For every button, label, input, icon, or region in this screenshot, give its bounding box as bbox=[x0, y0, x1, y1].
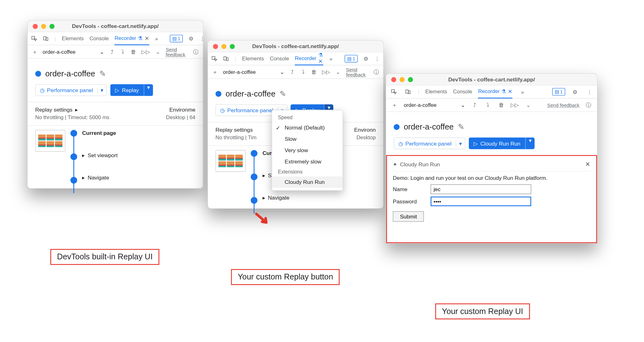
export-icon[interactable]: ⤴ bbox=[470, 101, 479, 109]
step-current-page[interactable]: Current page bbox=[82, 130, 118, 136]
inspect-element-icon[interactable] bbox=[211, 54, 217, 63]
record-status-icon bbox=[35, 71, 41, 77]
kebab-icon[interactable]: ⋮ bbox=[375, 54, 380, 63]
settings-row: Replay settings ▸ No throttling | Timeou… bbox=[35, 107, 195, 120]
chevron-right-icon: ▸ bbox=[82, 152, 85, 158]
device-toolbar-icon[interactable] bbox=[223, 54, 229, 63]
page-thumbnail bbox=[35, 130, 65, 152]
timeline bbox=[70, 130, 77, 180]
trash-icon[interactable]: 🗑 bbox=[311, 68, 317, 76]
check-icon: ✓ bbox=[276, 125, 280, 131]
send-feedback-link[interactable]: Send feedback bbox=[547, 102, 579, 108]
recording-name: order-a-coffee bbox=[45, 69, 95, 78]
annotation-builtin: DevTools built-in Replay UI bbox=[50, 249, 159, 265]
tab-elements[interactable]: Elements bbox=[62, 32, 84, 45]
tab-recorder[interactable]: Recorder ⚗ ✕ bbox=[478, 85, 512, 98]
submit-button[interactable]: Submit bbox=[393, 211, 424, 222]
close-tab-icon[interactable]: ✕ bbox=[145, 35, 149, 41]
gear-icon[interactable]: ⚙ bbox=[189, 34, 194, 43]
chevron-down-icon[interactable]: ⌄ bbox=[155, 47, 161, 56]
devtools-window-custom-button: DevTools - coffee-cart.netlify.app/ | El… bbox=[208, 40, 384, 209]
titlebar: DevTools - coffee-cart.netlify.app/ bbox=[28, 20, 203, 32]
replay-settings-heading[interactable]: Replay settings ▸ bbox=[35, 107, 109, 113]
svg-rect-4 bbox=[224, 57, 226, 60]
import-icon[interactable]: ⤵ bbox=[484, 101, 492, 109]
svg-rect-7 bbox=[406, 90, 408, 93]
menu-item-cloudy-run-run[interactable]: Cloudy Run Run bbox=[272, 176, 342, 188]
performance-panel-button[interactable]: ◷ Performance panel▾ bbox=[394, 137, 465, 149]
help-icon[interactable]: ⓘ bbox=[373, 68, 379, 76]
menu-item-extremely-slow[interactable]: Extremely slow bbox=[272, 156, 342, 167]
add-recording-icon[interactable]: ＋ bbox=[32, 47, 37, 56]
page-thumbnail bbox=[215, 150, 246, 172]
export-icon[interactable]: ⤴ bbox=[109, 47, 115, 56]
replay-dropdown[interactable]: ▾ bbox=[144, 84, 153, 96]
extension-panel-header: ✦ Cloudy Run Run ✕ bbox=[393, 160, 590, 171]
export-icon[interactable]: ⤴ bbox=[290, 68, 295, 76]
more-tabs-icon[interactable]: » bbox=[329, 54, 333, 63]
annotation-custom-button: Your custom Replay button bbox=[231, 269, 340, 285]
pencil-icon[interactable]: ✎ bbox=[458, 122, 464, 132]
issues-badge[interactable]: ▤1 bbox=[170, 35, 183, 42]
annotation-custom-ui: Your custom Replay UI bbox=[435, 303, 530, 319]
menu-item-very-slow[interactable]: Very slow bbox=[272, 145, 342, 156]
gear-icon[interactable]: ⚙ bbox=[364, 54, 369, 63]
import-icon[interactable]: ⤵ bbox=[300, 68, 306, 76]
trash-icon[interactable]: 🗑 bbox=[131, 47, 136, 56]
puzzle-icon: ✦ bbox=[393, 161, 397, 168]
step-play-icon[interactable]: ▷▷ bbox=[511, 101, 519, 109]
send-feedback-link[interactable]: Send feedback bbox=[166, 47, 188, 57]
red-arrow-icon bbox=[255, 212, 269, 227]
recording-selector[interactable]: order-a-coffee ⌄ bbox=[43, 49, 104, 55]
more-tabs-icon[interactable]: » bbox=[155, 34, 158, 43]
step-set-viewport[interactable]: ▸Set viewport bbox=[82, 152, 118, 158]
pencil-icon[interactable]: ✎ bbox=[99, 69, 106, 79]
replay-button[interactable]: ▷Replay ▾ bbox=[110, 84, 153, 96]
step-play-icon[interactable]: ▷▷ bbox=[142, 47, 150, 56]
add-recording-icon[interactable]: ＋ bbox=[212, 68, 218, 76]
inspect-element-icon[interactable] bbox=[390, 88, 398, 96]
help-icon[interactable]: ⓘ bbox=[193, 47, 199, 56]
menu-item-normal[interactable]: ✓Normal (Default) bbox=[272, 122, 342, 133]
tab-recorder[interactable]: Recorder ⚗ ✕ bbox=[114, 32, 149, 45]
recording-selector[interactable]: order-a-coffee ⌄ bbox=[223, 69, 285, 75]
trash-icon[interactable]: 🗑 bbox=[497, 101, 506, 109]
inspect-element-icon[interactable] bbox=[31, 34, 37, 43]
close-icon[interactable]: ✕ bbox=[585, 161, 590, 168]
kebab-icon[interactable]: ⋮ bbox=[585, 88, 594, 96]
tab-elements[interactable]: Elements bbox=[425, 85, 447, 98]
step-play-icon[interactable]: ▷▷ bbox=[322, 68, 330, 76]
performance-panel-dropdown[interactable]: ▾ bbox=[97, 87, 106, 93]
password-label: Password bbox=[393, 198, 426, 205]
custom-replay-button[interactable]: ▷ Cloudy Run Run▾ bbox=[469, 137, 535, 149]
performance-panel-button[interactable]: ◷Performance panel ▾ bbox=[35, 84, 107, 96]
password-input[interactable] bbox=[430, 196, 531, 206]
tab-console[interactable]: Console bbox=[90, 32, 109, 45]
device-toolbar-icon[interactable] bbox=[43, 34, 49, 43]
send-feedback-link[interactable]: Send feedback bbox=[346, 67, 368, 77]
tab-console[interactable]: Console bbox=[270, 52, 289, 65]
help-icon[interactable]: ⓘ bbox=[585, 101, 593, 109]
menu-header-speed: Speed bbox=[272, 113, 342, 122]
name-input[interactable] bbox=[430, 185, 531, 194]
gear-icon[interactable]: ⚙ bbox=[571, 88, 580, 96]
recording-selector[interactable]: order-a-coffee ⌄ bbox=[404, 102, 465, 108]
kebab-icon[interactable]: ⋮ bbox=[200, 34, 205, 43]
recording-title: order-a-coffee ✎ bbox=[35, 69, 195, 79]
tab-console[interactable]: Console bbox=[453, 85, 472, 98]
svg-rect-8 bbox=[408, 91, 410, 94]
tab-elements[interactable]: Elements bbox=[242, 52, 264, 65]
recorder-toolbar: ＋ order-a-coffee ⌄ ⤴ ⤵ 🗑 ▷▷ ⌄ Send feedb… bbox=[28, 45, 203, 59]
steps-list: Current page ▸Set viewport ▸Navigate bbox=[35, 130, 195, 180]
add-recording-icon[interactable]: ＋ bbox=[390, 101, 399, 109]
step-navigate[interactable]: ▸Navigate bbox=[82, 174, 118, 181]
tab-recorder[interactable]: Recorder ⚗ ✕ bbox=[295, 52, 323, 65]
extension-panel: ✦ Cloudy Run Run ✕ Demo: Login and run y… bbox=[386, 155, 597, 243]
device-toolbar-icon[interactable] bbox=[404, 88, 412, 96]
pencil-icon[interactable]: ✎ bbox=[280, 89, 286, 99]
issues-badge[interactable]: ▤ 1 bbox=[552, 88, 565, 96]
import-icon[interactable]: ⤵ bbox=[120, 47, 126, 56]
issues-badge[interactable]: ▤ 1 bbox=[345, 55, 358, 63]
menu-item-slow[interactable]: Slow bbox=[272, 133, 342, 145]
chevron-down-icon: ⌄ bbox=[100, 49, 104, 55]
